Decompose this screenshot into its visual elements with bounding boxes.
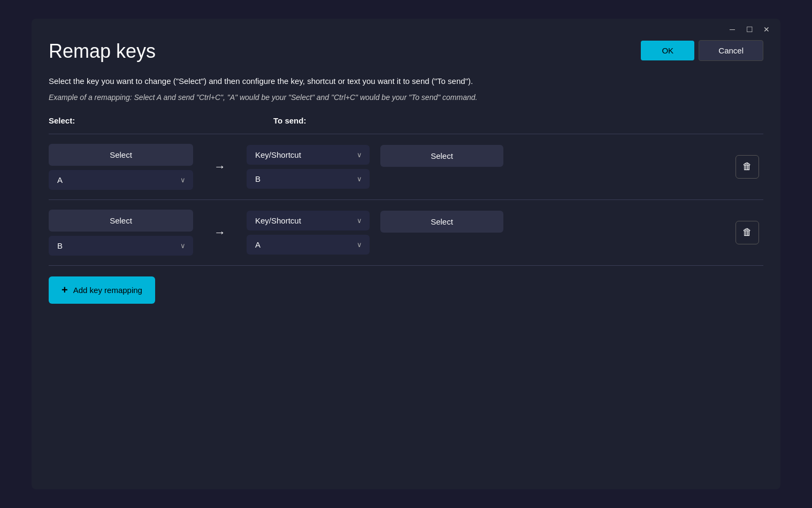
tosend-type-wrapper-1: Key/Shortcut Text B A C [247,145,370,189]
select-button-2[interactable]: Select [49,210,193,232]
header-buttons: OK Cancel [641,40,763,61]
delete-button-2[interactable]: 🗑 [736,221,759,244]
main-content: Remap keys OK Cancel Select the key you … [32,35,780,489]
tosend-select-button-2[interactable]: Select [380,211,503,233]
target-key-dropdown-1[interactable]: B A C [247,169,370,189]
ok-button[interactable]: OK [641,41,694,60]
remap-row-2: Select B A C → Key/Shortcut Text [49,200,763,266]
columns-header: Select: To send: [49,116,763,127]
type-dropdown-wrapper-1: Key/Shortcut Text [247,145,370,165]
tosend-type-wrapper-2: Key/Shortcut Text A B C [247,211,370,255]
type-dropdown-2[interactable]: Key/Shortcut Text [247,211,370,230]
plus-icon: + [62,284,68,296]
select-button-1[interactable]: Select [49,144,193,166]
select-key-dropdown-1[interactable]: A B C [49,170,193,190]
type-dropdown-wrapper-2: Key/Shortcut Text [247,211,370,230]
remap-row: Select A B C → Key/Shortcut Text [49,134,763,200]
tosend-select-button-1[interactable]: Select [380,145,503,167]
target-key-wrapper-1: B A C [247,169,370,189]
trash-icon-1: 🗑 [742,161,752,172]
arrow-2: → [193,226,247,240]
maximize-button[interactable]: ☐ [744,24,755,35]
select-group-2: Select B A C [49,210,193,256]
page-title: Remap keys [49,40,156,63]
minimize-button[interactable]: ─ [727,24,738,35]
header-row: Remap keys OK Cancel [49,40,763,63]
close-button[interactable]: ✕ [761,24,772,35]
delete-col-2: 🗑 [731,221,763,244]
instruction-text: Select the key you want to change ("Sele… [49,75,763,88]
delete-col-1: 🗑 [731,155,763,179]
add-remapping-button[interactable]: + Add key remapping [49,276,155,304]
add-remapping-label: Add key remapping [73,286,142,295]
select-column-header: Select: [49,116,209,125]
arrow-1: → [193,160,247,174]
instruction-example: Example of a remapping: Select A and sen… [49,92,763,103]
target-key-dropdown-2[interactable]: A B C [247,235,370,255]
title-bar: ─ ☐ ✕ [32,19,780,35]
target-key-wrapper-2: A B C [247,235,370,255]
select-key-wrapper-1: A B C [49,170,193,190]
cancel-button[interactable]: Cancel [699,40,763,61]
tosend-group-1: Key/Shortcut Text B A C Select [247,145,731,189]
remap-keys-dialog: ─ ☐ ✕ Remap keys OK Cancel Select the ke… [32,19,780,489]
select-key-dropdown-2[interactable]: B A C [49,236,193,256]
select-group-1: Select A B C [49,144,193,190]
tosend-group-2: Key/Shortcut Text A B C Select [247,211,731,255]
trash-icon-2: 🗑 [742,227,752,238]
type-dropdown-1[interactable]: Key/Shortcut Text [247,145,370,165]
select-key-wrapper-2: B A C [49,236,193,256]
delete-button-1[interactable]: 🗑 [736,155,759,179]
tosend-column-header: To send: [273,116,306,125]
